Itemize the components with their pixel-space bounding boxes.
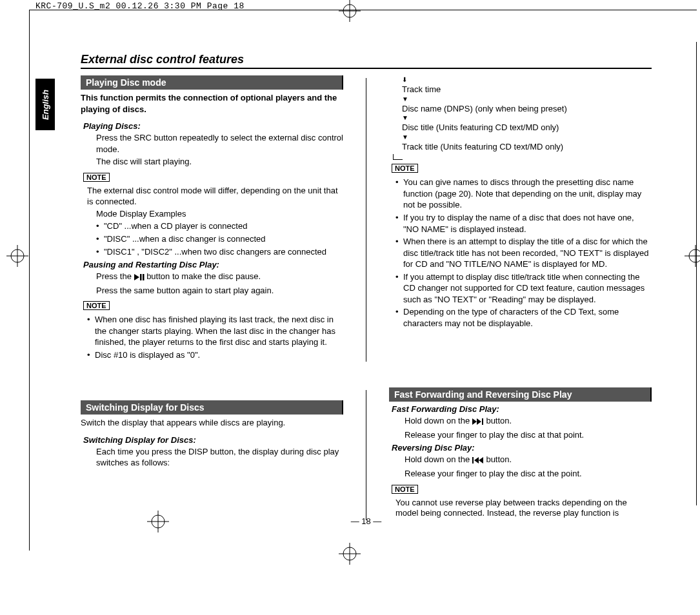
column-divider [366, 78, 366, 362]
svg-rect-20 [482, 418, 483, 425]
step-text: Hold down on the button. [405, 415, 652, 428]
language-label: English [41, 90, 50, 120]
note-label: NOTE [392, 164, 418, 173]
step-text: Release your finger to play the disc at … [405, 429, 652, 441]
list-item: Disc #10 is displayed as "0". [87, 349, 343, 361]
display-flow-chart: ⬇ Track time ▼ Disc name (DNPS) (only wh… [402, 77, 652, 160]
arrow-down-icon: ▼ [402, 115, 652, 121]
prev-track-icon [472, 455, 484, 467]
file-slug: KRC-709_U.S_m2 00.12.26 3:30 PM Page 18 [35, 1, 245, 11]
svg-rect-16 [140, 274, 142, 280]
page-number: — 18 — [81, 516, 652, 526]
list-item: If you try to display the name of a disc… [395, 212, 652, 235]
list-item: When one disc has finished playing its l… [87, 314, 343, 348]
svg-marker-22 [474, 457, 479, 464]
list-item: "DISC1" , "DISC2" ...when two disc chang… [96, 246, 343, 258]
ff-subtitle: Fast Forwarding Disc Play: [392, 404, 652, 414]
registration-mark-icon [339, 543, 361, 565]
flow-item: Track title (Units featuring CD text/MD … [402, 142, 652, 152]
playing-discs-subtitle: Playing Discs: [83, 121, 343, 131]
crop-line-right [696, 42, 697, 505]
note-text: The external disc control mode will diff… [87, 186, 343, 208]
crop-line-left [29, 10, 30, 551]
note-label: NOTE [83, 173, 110, 182]
switching-subtitle: Switching Display for Discs: [83, 435, 343, 445]
mode-examples-list: "CD" ...when a CD player is connected "D… [96, 220, 343, 257]
page-content: External disc control features Playing D… [81, 53, 652, 531]
flow-item: Disc name (DNPS) (only when being preset… [402, 104, 652, 114]
arrow-down-icon: ⬇ [402, 77, 652, 83]
note-subheading: Mode Display Examples [96, 209, 343, 220]
row-2: Switching Display for Discs Switch the d… [81, 387, 652, 520]
fast-forward-header: Fast Forwarding and Reversing Disc Play [389, 387, 652, 402]
registration-mark-icon [6, 245, 28, 267]
col-left-2: Switching Display for Discs Switch the d… [81, 387, 343, 520]
switching-intro: Switch the display that appears while di… [81, 417, 343, 429]
step-text: Hold down on the button. [405, 454, 652, 467]
language-tab: English [35, 79, 55, 130]
list-item: If you attempt to display disc title/tra… [395, 271, 652, 306]
note-label: NOTE [83, 301, 110, 310]
step-text: The disc will start playing. [96, 156, 343, 168]
col-right-1: ⬇ Track time ▼ Disc name (DNPS) (only wh… [389, 75, 652, 362]
arrow-down-icon: ▼ [402, 96, 652, 102]
note-label: NOTE [392, 485, 418, 494]
note-list: You can give names to discs through the … [395, 177, 652, 329]
col-left-1: Playing Disc mode This function permits … [81, 75, 343, 362]
step-text: Release your finger to play the disc at … [405, 468, 652, 480]
row-1: Playing Disc mode This function permits … [81, 75, 652, 362]
section-title: External disc control features [81, 53, 652, 69]
step-text: Press the button to make the disc pause. [96, 271, 343, 284]
step-text: Each time you press the DISP button, the… [96, 446, 343, 469]
playing-disc-intro: This function permits the connection of … [81, 92, 343, 115]
list-item: "CD" ...when a CD player is connected [96, 220, 343, 232]
play-pause-icon [134, 272, 145, 284]
list-item: Depending on the type of characters of t… [395, 306, 652, 329]
svg-marker-15 [134, 274, 139, 280]
arrow-down-icon: ▼ [402, 134, 652, 141]
svg-marker-18 [472, 418, 477, 425]
manual-page: KRC-709_U.S_m2 00.12.26 3:30 PM Page 18 … [0, 0, 700, 615]
playing-disc-header: Playing Disc mode [81, 75, 343, 90]
next-track-icon [472, 416, 484, 428]
step-text: Press the SRC button repeatedly to selec… [96, 132, 343, 155]
registration-mark-icon [685, 245, 700, 267]
rev-subtitle: Reversing Disc Play: [392, 443, 652, 453]
registration-mark-icon [339, 0, 361, 22]
note-list: When one disc has finished playing its l… [87, 314, 343, 360]
col-right-2: Fast Forwarding and Reversing Disc Play … [389, 387, 652, 520]
list-item: "DISC" ...when a disc changer is connect… [96, 233, 343, 245]
svg-rect-21 [472, 457, 474, 464]
flow-item: Disc title (Units featuring CD text/MD o… [402, 122, 652, 133]
flow-return-icon [393, 154, 403, 160]
svg-marker-23 [479, 457, 483, 464]
step-text: Press the same button again to start pla… [96, 285, 343, 297]
list-item: You can give names to discs through the … [395, 177, 652, 211]
svg-marker-19 [477, 418, 481, 425]
flow-item: Track time [402, 84, 652, 95]
pausing-subtitle: Pausing and Restarting Disc Play: [83, 260, 343, 269]
list-item: When there is an attempt to display the … [395, 236, 652, 270]
switching-header: Switching Display for Discs [81, 400, 343, 415]
column-divider [366, 390, 366, 520]
